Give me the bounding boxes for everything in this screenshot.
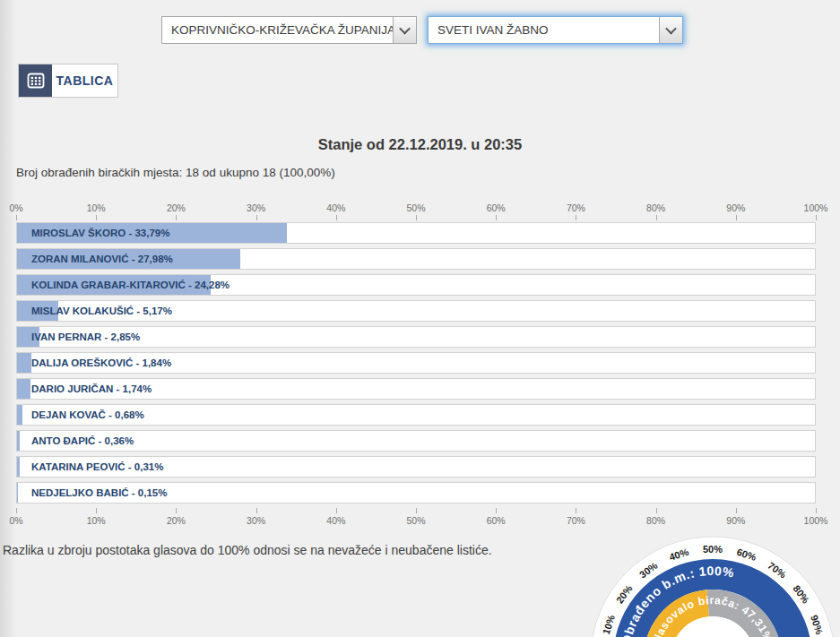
bar-label: MISLAV KOLAKUŠIĆ - 5,17%	[31, 301, 172, 321]
chevron-down-icon	[659, 17, 682, 43]
axis-tick-mark	[496, 508, 497, 513]
municipality-select[interactable]: SVETI IVAN ŽABNO	[428, 16, 683, 44]
axis-tick-mark	[656, 215, 657, 220]
axis-tick-label: 70%	[567, 202, 585, 213]
axis-tick-mark	[16, 215, 17, 220]
page-title: Stanje od 22.12.2019. u 20:35	[0, 136, 840, 153]
footnote: Razlika u zbroju postotaka glasova do 10…	[3, 543, 492, 557]
bar	[17, 405, 22, 425]
table-icon	[19, 65, 52, 97]
bar-row: MISLAV KOLAKUŠIĆ - 5,17%	[16, 300, 816, 322]
bar	[17, 353, 31, 373]
axis-tick-label: 20%	[167, 202, 186, 213]
bar-chart: 0%10%20%30%40%50%60%70%80%90%100% MIROSL…	[16, 202, 816, 526]
axis-tick-mark	[496, 215, 497, 220]
bar-row: NEDJELJKO BABIĆ - 0,15%	[16, 482, 816, 504]
axis-tick-mark	[416, 508, 417, 513]
bar-row: DALIJA OREŠKOVIĆ - 1,84%	[16, 352, 816, 374]
chart-rows: MIROSLAV ŠKORO - 33,79%ZORAN MILANOVIĆ -…	[16, 222, 816, 504]
axis-tick-label: 80%	[646, 202, 665, 213]
axis-tick-label: 90%	[726, 515, 745, 526]
axis-tick-label: 30%	[247, 515, 265, 526]
axis-tick-label: 20%	[167, 515, 186, 526]
chevron-down-icon	[393, 17, 416, 43]
bar-label: NEDJELJKO BABIĆ - 0,15%	[31, 483, 167, 503]
bar-label: DARIO JURIČAN - 1,74%	[31, 379, 152, 399]
axis-tick-mark	[576, 508, 576, 513]
bar-label: DEJAN KOVAČ - 0,68%	[31, 405, 144, 425]
axis-tick-label: 50%	[406, 202, 425, 213]
axis-tick-mark	[96, 508, 97, 513]
axis-tick-label: 60%	[487, 515, 506, 526]
axis-tick-label: 70%	[567, 515, 585, 526]
bar-row: DEJAN KOVAČ - 0,68%	[16, 404, 816, 426]
bar-row: DARIO JURIČAN - 1,74%	[16, 378, 816, 400]
bar	[17, 431, 20, 451]
tablica-label: TABLICA	[52, 65, 117, 97]
gauge-tick-label: 50%	[703, 544, 723, 555]
bar-row: IVAN PERNAR - 2,85%	[16, 326, 816, 348]
axis-bottom: 0%10%20%30%40%50%60%70%80%90%100%	[16, 508, 816, 526]
bar-row: KOLINDA GRABAR-KITAROVIĆ - 24,28%	[16, 274, 816, 296]
axis-tick-mark	[256, 215, 257, 220]
bar-row: KATARINA PEOVIĆ - 0,31%	[16, 456, 816, 478]
bar-label: KATARINA PEOVIĆ - 0,31%	[31, 457, 163, 477]
axis-tick-mark	[16, 508, 17, 513]
axis-tick-mark	[96, 215, 97, 220]
axis-tick-mark	[416, 215, 417, 220]
bar-label: DALIJA OREŠKOVIĆ - 1,84%	[31, 353, 171, 373]
tablica-button[interactable]: TABLICA	[18, 64, 118, 98]
axis-tick-label: 40%	[326, 515, 345, 526]
axis-tick-mark	[336, 508, 337, 513]
axis-tick-label: 100%	[804, 202, 828, 213]
axis-tick-mark	[816, 215, 817, 220]
bar-label: MIROSLAV ŠKORO - 33,79%	[31, 223, 169, 243]
axis-tick-mark	[336, 215, 337, 220]
axis-tick-label: 0%	[9, 202, 22, 213]
bar	[17, 483, 18, 503]
municipality-select-value: SVETI IVAN ŽABNO	[429, 23, 659, 37]
axis-tick-label: 0%	[9, 515, 22, 526]
axis-tick-label: 40%	[326, 202, 345, 213]
axis-tick-label: 100%	[804, 515, 828, 526]
axis-tick-label: 10%	[87, 515, 106, 526]
gauge: Obrađeno b.m.: 100%Glasovalo birača: 47,…	[583, 530, 840, 637]
axis-tick-label: 30%	[247, 202, 265, 213]
axis-tick-label: 10%	[87, 202, 106, 213]
axis-tick-label: 50%	[406, 515, 425, 526]
county-select-value: KOPRIVNIČKO-KRIŽEVAČKA ŽUPANIJA	[162, 23, 393, 37]
axis-top: 0%10%20%30%40%50%60%70%80%90%100%	[16, 202, 816, 220]
axis-tick-mark	[576, 215, 576, 220]
bar-row: MIROSLAV ŠKORO - 33,79%	[16, 222, 816, 244]
bar-row: ANTO ĐAPIĆ - 0,36%	[16, 430, 816, 452]
axis-tick-label: 80%	[646, 515, 665, 526]
axis-tick-mark	[656, 508, 657, 513]
axis-tick-mark	[736, 215, 737, 220]
bar-label: KOLINDA GRABAR-KITAROVIĆ - 24,28%	[31, 275, 229, 295]
bar-row: ZORAN MILANOVIĆ - 27,98%	[16, 248, 816, 270]
axis-tick-label: 60%	[487, 202, 506, 213]
axis-tick-mark	[816, 508, 817, 513]
left-edge-shade	[0, 0, 16, 637]
axis-tick-mark	[176, 215, 177, 220]
bar-label: IVAN PERNAR - 2,85%	[31, 327, 140, 347]
processed-count: Broj obrađenih biračkih mjesta: 18 od uk…	[16, 166, 335, 179]
bar	[17, 457, 20, 477]
axis-tick-mark	[736, 508, 737, 513]
axis-tick-mark	[256, 508, 257, 513]
bar	[17, 379, 30, 399]
axis-tick-label: 90%	[726, 202, 745, 213]
bar-label: ANTO ĐAPIĆ - 0,36%	[31, 431, 134, 451]
county-select[interactable]: KOPRIVNIČKO-KRIŽEVAČKA ŽUPANIJA	[161, 16, 417, 44]
bar-label: ZORAN MILANOVIĆ - 27,98%	[31, 249, 173, 269]
axis-tick-mark	[176, 508, 177, 513]
